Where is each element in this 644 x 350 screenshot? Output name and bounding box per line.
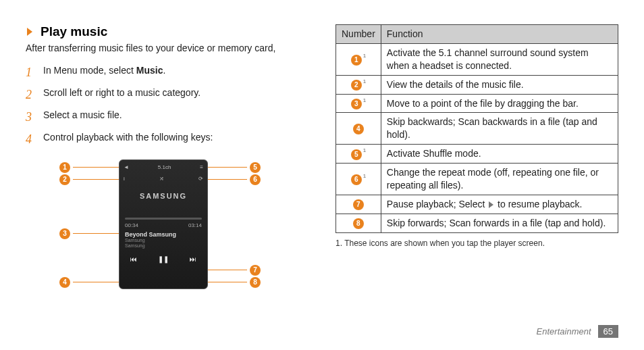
- callout-5: 5: [208, 162, 261, 173]
- header-function: Function: [381, 25, 618, 44]
- track-title: Beyond Samsung: [125, 231, 202, 238]
- table-row: 21 View the details of the music file.: [336, 75, 618, 94]
- table-row: 61 Change the repeat mode (off, repeatin…: [336, 164, 618, 195]
- callout-2: 2: [59, 174, 119, 185]
- track-artist: Samsung: [125, 238, 202, 243]
- right-column: Number Function 11 Activate the 5.1 chan…: [336, 19, 618, 299]
- elapsed-time: 00:34: [125, 222, 138, 228]
- function-cell: Change the repeat mode (off, repeating o…: [381, 164, 618, 195]
- callout-line: [73, 233, 119, 234]
- callout-line: [208, 270, 247, 270]
- section-heading: Play music: [26, 24, 308, 39]
- callout-line: [73, 282, 119, 282]
- callout-4: 4: [59, 277, 119, 288]
- function-cell: View the details of the music file.: [381, 75, 618, 94]
- callout-badge: 4: [59, 277, 70, 288]
- table-row: 7 Pause playback; Select to resume playb…: [336, 195, 618, 214]
- function-cell: Activate Shuffle mode.: [381, 145, 618, 164]
- step-number: 1: [26, 64, 36, 81]
- step-list: 1 In Menu mode, select Music. 2 Scroll l…: [26, 61, 308, 151]
- info-icon: i: [124, 176, 125, 182]
- table-row: 31 Move to a point of the file by draggi…: [336, 94, 618, 113]
- brand-text: SAMSUNG: [119, 185, 207, 200]
- callout-line: [208, 282, 247, 282]
- table-row: 51 Activate Shuffle mode.: [336, 145, 618, 164]
- number-cell: 61: [336, 164, 381, 195]
- play-icon: [489, 201, 493, 208]
- callout-badge: 6: [250, 174, 261, 185]
- track-album: Samsung: [125, 243, 202, 249]
- chevron-right-icon: [26, 26, 35, 37]
- number-cell: 51: [336, 145, 381, 164]
- page-footer: Entertainment 65: [537, 325, 618, 338]
- total-time: 03:14: [188, 222, 202, 228]
- number-cell: 11: [336, 43, 381, 75]
- number-cell: 8: [336, 214, 381, 232]
- callout-line: [208, 167, 247, 168]
- callout-6: 6: [208, 174, 261, 185]
- callout-1: 1: [59, 162, 119, 173]
- list-icon: ≡: [200, 164, 203, 170]
- number-cell: 7: [336, 195, 381, 214]
- progress-bar: [125, 218, 202, 220]
- number-cell: 21: [336, 75, 381, 94]
- page-number: 65: [598, 325, 618, 338]
- callout-badge: 8: [250, 277, 261, 288]
- callout-line: [73, 167, 119, 168]
- number-cell: 4: [336, 113, 381, 145]
- callout-badge: 1: [59, 162, 70, 173]
- function-cell: Skip backwards; Scan backwards in a file…: [381, 113, 618, 145]
- intro-text: After transferring music files to your d…: [26, 42, 308, 55]
- step-number: 2: [26, 86, 36, 103]
- callout-badge: 7: [250, 265, 261, 276]
- step-text: In Menu mode, select Music.: [43, 64, 165, 81]
- function-cell: Move to a point of the file by dragging …: [381, 94, 618, 113]
- header-number: Number: [336, 25, 381, 44]
- footnote: 1. These icons are shown when you tap th…: [336, 239, 618, 248]
- shuffle-icon: ⤨: [159, 176, 164, 182]
- next-icon: ⏭: [190, 255, 196, 263]
- function-table: Number Function 11 Activate the 5.1 chan…: [336, 24, 618, 233]
- number-cell: 31: [336, 94, 381, 113]
- player-screenshot: ◄ 5.1ch ≡ i ⤨ ⟳ SAMSUNG 00:34 03:14: [119, 159, 208, 289]
- callout-7: 7: [208, 265, 261, 276]
- callout-8: 8: [208, 277, 261, 288]
- player-diagram: ◄ 5.1ch ≡ i ⤨ ⟳ SAMSUNG 00:34 03:14: [59, 157, 262, 299]
- pause-icon: ❚❚: [158, 255, 169, 263]
- track-info: Beyond Samsung Samsung Samsung: [119, 228, 207, 249]
- function-cell: Skip forwards; Scan forwards in a file (…: [381, 214, 618, 232]
- function-cell: Activate the 5.1 channel surround sound …: [381, 43, 618, 75]
- step-text: Scroll left or right to a music category…: [43, 86, 200, 103]
- step-text: Control playback with the following keys…: [43, 131, 213, 148]
- callout-badge: 3: [59, 228, 70, 239]
- callout-badge: 2: [59, 174, 70, 185]
- time-row: 00:34 03:14: [119, 222, 207, 228]
- icon-row: i ⤨ ⟳: [119, 173, 207, 185]
- callout-3: 3: [59, 228, 119, 239]
- callout-badge: 5: [250, 162, 261, 173]
- step-text: Select a music file.: [43, 109, 122, 126]
- step-item: 4 Control playback with the following ke…: [26, 128, 308, 151]
- left-column: Play music After transferring music file…: [26, 19, 308, 299]
- callout-line: [208, 179, 247, 180]
- two-column-layout: Play music After transferring music file…: [26, 19, 618, 299]
- back-icon: ◄: [124, 164, 129, 170]
- function-cell: Pause playback; Select to resume playbac…: [381, 195, 618, 214]
- section-title: Play music: [41, 24, 107, 39]
- table-row: 4 Skip backwards; Scan backwards in a fi…: [336, 113, 618, 145]
- surround-label: 5.1ch: [158, 164, 171, 170]
- step-number: 3: [26, 109, 36, 126]
- step-item: 3 Select a music file.: [26, 106, 308, 128]
- status-bar: ◄ 5.1ch ≡: [119, 160, 207, 173]
- step-item: 2 Scroll left or right to a music catego…: [26, 84, 308, 106]
- table-header-row: Number Function: [336, 25, 618, 44]
- playback-controls: ⏮ ❚❚ ⏭: [119, 253, 207, 265]
- manual-page: Play music After transferring music file…: [0, 0, 644, 350]
- prev-icon: ⏮: [130, 255, 137, 263]
- section-name: Entertainment: [537, 326, 591, 336]
- step-number: 4: [26, 131, 36, 148]
- table-row: 8 Skip forwards; Scan forwards in a file…: [336, 214, 618, 232]
- callout-line: [73, 179, 119, 180]
- table-row: 11 Activate the 5.1 channel surround sou…: [336, 43, 618, 75]
- step-item: 1 In Menu mode, select Music.: [26, 61, 308, 84]
